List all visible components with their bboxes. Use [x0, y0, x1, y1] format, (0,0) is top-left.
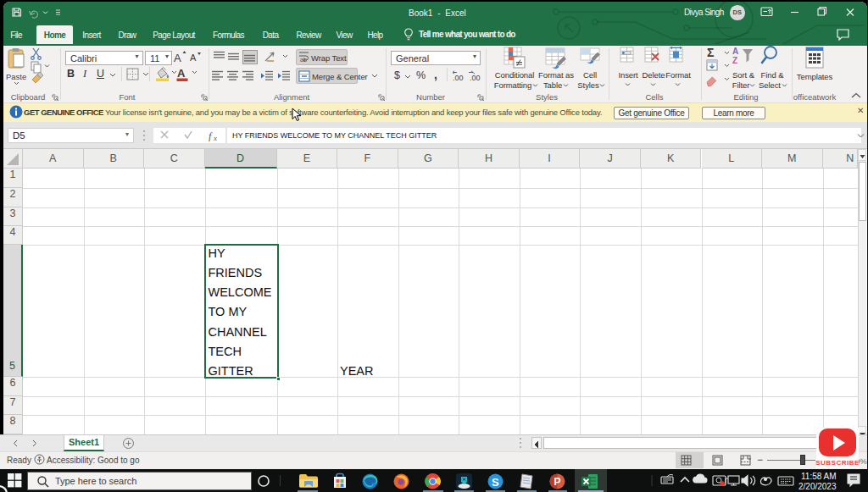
svg-text:.00: .00: [470, 74, 481, 82]
svg-text:A: A: [177, 67, 186, 80]
svg-text:Σ: Σ: [707, 46, 714, 59]
svg-text:ab: ab: [300, 57, 307, 63]
svg-text:S: S: [492, 476, 499, 489]
svg-text:f: f: [209, 130, 213, 142]
svg-text:Z: Z: [732, 56, 737, 65]
svg-text:A: A: [174, 52, 181, 64]
svg-text:x: x: [213, 134, 217, 141]
svg-text:A: A: [732, 47, 738, 56]
svg-text:.00: .00: [453, 74, 464, 82]
svg-text:P: P: [554, 476, 561, 488]
svg-text:A: A: [190, 53, 197, 63]
